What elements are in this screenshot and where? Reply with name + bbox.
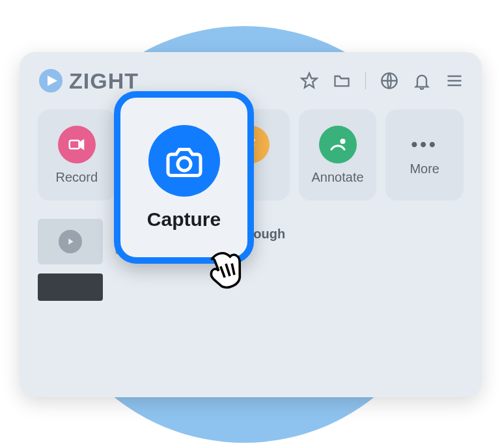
camera-icon xyxy=(148,125,220,197)
play-icon xyxy=(59,230,82,253)
second-thumbnail xyxy=(38,273,103,301)
annotate-icon xyxy=(319,126,357,163)
brand-logo-icon xyxy=(38,68,64,94)
capture-highlight-label: Capture xyxy=(147,208,221,231)
record-tile[interactable]: Record xyxy=(38,109,116,201)
bell-icon[interactable] xyxy=(413,72,431,90)
annotate-tile[interactable]: Annotate xyxy=(299,109,377,201)
video-thumbnail xyxy=(38,219,103,264)
globe-icon[interactable] xyxy=(380,72,398,90)
pointer-cursor-icon xyxy=(195,241,254,300)
brand-name: ZIGHT xyxy=(69,68,139,94)
header: ZIGHT xyxy=(38,68,464,94)
svg-point-5 xyxy=(178,158,191,171)
star-icon[interactable] xyxy=(300,72,318,90)
header-separator xyxy=(365,72,366,89)
record-icon xyxy=(58,126,96,163)
svg-point-3 xyxy=(341,139,344,143)
record-label: Record xyxy=(56,170,98,185)
brand: ZIGHT xyxy=(38,68,139,94)
more-label: More xyxy=(410,161,439,176)
folder-icon[interactable] xyxy=(333,72,351,90)
capture-highlight-card[interactable]: Capture xyxy=(114,91,254,264)
menu-icon[interactable] xyxy=(445,72,464,90)
more-tile[interactable]: ••• More xyxy=(385,109,464,201)
svg-rect-2 xyxy=(70,140,79,148)
annotate-label: Annotate xyxy=(312,170,364,185)
more-icon: ••• xyxy=(411,134,438,155)
header-icons xyxy=(300,72,464,90)
